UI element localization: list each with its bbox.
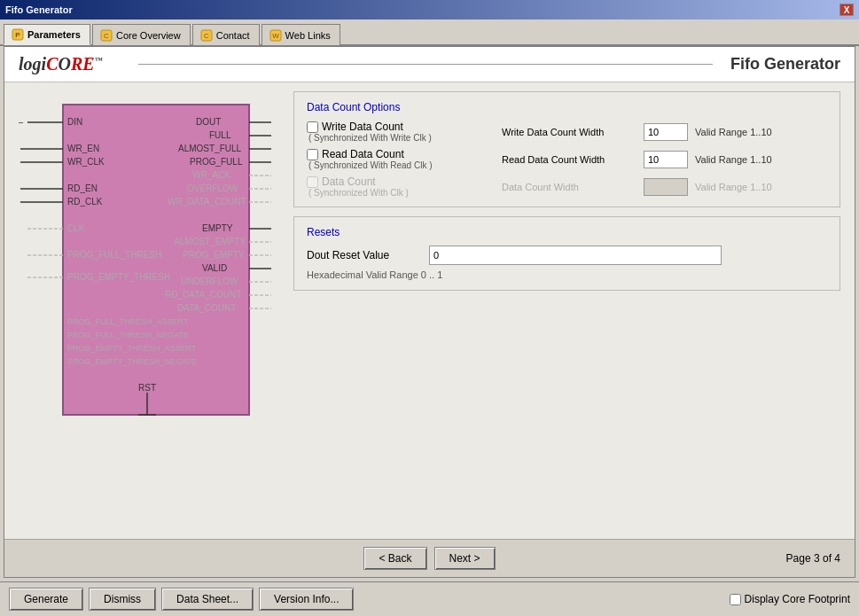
data-count-section: Data Count Options Write Data Count ( Sy… (293, 91, 840, 207)
bottom-nav: < Back Next > Page 3 of 4 (4, 539, 855, 577)
display-footprint-checkbox[interactable] (730, 594, 741, 605)
window-body: P Parameters C Core Overview C Contact W… (0, 19, 859, 616)
data-sheet-button[interactable]: Data Sheet... (161, 588, 254, 611)
svg-text:CLK: CLK (67, 223, 85, 233)
version-info-button[interactable]: Version Info... (259, 588, 354, 611)
contact-icon: C (200, 29, 213, 42)
window-titlebar: Fifo Generator X (0, 0, 859, 19)
svg-text:FULL: FULL (209, 130, 231, 140)
tab-web-links[interactable]: W Web Links (262, 24, 340, 45)
tab-bar: P Parameters C Core Overview C Contact W… (0, 19, 859, 46)
read-data-count-width-label: Read Data Count Width (502, 154, 644, 165)
tab-parameters[interactable]: P Parameters (4, 24, 90, 45)
write-data-count-subtext: ( Synchronized With Write Clk ) (307, 133, 502, 143)
footer-bar: Generate Dismiss Data Sheet... Version I… (0, 581, 859, 616)
svg-text:ALMOST_EMPTY: ALMOST_EMPTY (174, 237, 246, 246)
svg-text:PROG_EMPTY_THRESH_NEGATE: PROG_EMPTY_THRESH_NEGATE (67, 357, 197, 366)
svg-text:PROG_EMPTY: PROG_EMPTY (183, 250, 245, 260)
write-data-count-row: Write Data Count (307, 121, 502, 133)
header-divider (138, 64, 713, 65)
dout-reset-row: Dout Reset Value (307, 246, 827, 265)
svg-text:P: P (15, 31, 20, 39)
generate-button[interactable]: Generate (9, 588, 83, 611)
data-count-valid-range: Valid Range 1..10 (695, 182, 772, 192)
read-data-count-label[interactable]: Read Data Count (322, 148, 404, 160)
tab-contact[interactable]: C Contact (192, 24, 260, 45)
header-area: logiCORE™ Fifo Generator (4, 47, 855, 82)
write-data-count-label[interactable]: Write Data Count (322, 121, 403, 133)
logo-text: logiCORE™ (19, 54, 103, 74)
svg-text:C: C (204, 32, 209, 40)
svg-text:C: C (104, 32, 109, 40)
diagram-area: — DIN WR_EN WR_CLK RD_EN RD_CLK (19, 91, 285, 530)
svg-text:DOUT: DOUT (196, 117, 221, 127)
read-data-count-valid-range: Valid Range 1..10 (695, 154, 772, 165)
svg-text:DIN: DIN (67, 117, 82, 127)
window-title: Fifo Generator (5, 4, 73, 15)
close-button[interactable]: X (839, 4, 854, 16)
svg-text:DATA_COUNT: DATA_COUNT (177, 303, 236, 313)
svg-text:EMPTY: EMPTY (202, 223, 233, 233)
data-count-subtext: ( Synchronized With Clk ) (307, 188, 502, 198)
write-data-count-width-input[interactable] (644, 123, 688, 141)
svg-text:VALID: VALID (202, 263, 227, 273)
svg-text:RD_CLK: RD_CLK (67, 197, 103, 207)
svg-text:UNDERFLOW: UNDERFLOW (181, 277, 238, 286)
logo-area: logiCORE™ (19, 54, 103, 74)
dout-reset-hint: Hexadecimal Valid Range 0 .. 1 (307, 269, 442, 280)
right-panel: Data Count Options Write Data Count ( Sy… (293, 91, 840, 530)
dout-reset-label: Dout Reset Value (307, 249, 422, 261)
svg-text:PROG_EMPTY_THRESH: PROG_EMPTY_THRESH (67, 272, 170, 282)
display-footprint-label[interactable]: Display Core Footprint (745, 593, 850, 605)
main-layout: — DIN WR_EN WR_CLK RD_EN RD_CLK (4, 82, 855, 539)
data-count-width-input (644, 178, 688, 196)
display-footprint-area: Display Core Footprint (730, 593, 850, 605)
core-overview-icon: C (100, 29, 113, 42)
resets-section: Resets Dout Reset Value Hexadecimal Vali… (293, 216, 840, 291)
svg-text:PROG_FULL_THRESH: PROG_FULL_THRESH (67, 250, 161, 260)
back-button[interactable]: < Back (363, 547, 426, 570)
svg-text:PROG_FULL: PROG_FULL (190, 157, 243, 167)
svg-text:PROG_EMPTY_THRESH_ASSERT: PROG_EMPTY_THRESH_ASSERT (67, 344, 197, 353)
read-data-count-row: Read Data Count (307, 148, 502, 160)
svg-text:RD_EN: RD_EN (67, 183, 98, 193)
data-count-checkbox[interactable] (307, 176, 318, 188)
svg-text:ALMOST_FULL: ALMOST_FULL (178, 144, 242, 153)
svg-text:RST: RST (138, 383, 156, 393)
web-links-icon: W (269, 29, 282, 42)
read-data-count-checkbox[interactable] (307, 149, 318, 160)
fifo-diagram: — DIN WR_EN WR_CLK RD_EN RD_CLK (19, 100, 276, 446)
data-count-label: Data Count (322, 175, 376, 188)
svg-text:WR_DATA_COUNT: WR_DATA_COUNT (168, 197, 246, 207)
svg-text:PROG_FULL_THRESH_ASSERT: PROG_FULL_THRESH_ASSERT (67, 317, 189, 326)
read-data-count-subtext: ( Synchronized With Read Clk ) (307, 160, 502, 170)
write-data-count-width-label: Write Data Count Width (502, 127, 644, 137)
tab-web-links-label: Web Links (285, 30, 331, 41)
read-data-count-width-input[interactable] (644, 151, 688, 168)
svg-text:W: W (272, 32, 279, 40)
svg-text:—: — (19, 117, 23, 127)
tab-parameters-label: Parameters (27, 29, 81, 40)
dismiss-button[interactable]: Dismiss (89, 588, 156, 611)
content-area: logiCORE™ Fifo Generator — DI (4, 46, 855, 578)
svg-text:PROG_FULL_THRESH_NEGATE: PROG_FULL_THRESH_NEGATE (67, 331, 189, 339)
write-data-count-checkbox[interactable] (307, 121, 318, 133)
tab-contact-label: Contact (216, 30, 250, 41)
dout-reset-input[interactable] (429, 246, 722, 265)
svg-text:WR_CLK: WR_CLK (67, 157, 105, 167)
next-button[interactable]: Next > (434, 547, 496, 570)
resets-title: Resets (307, 226, 827, 238)
data-count-row: Data Count (307, 175, 502, 188)
data-count-title: Data Count Options (307, 101, 827, 113)
header-title: Fifo Generator (730, 55, 840, 74)
svg-text:WR_ACK: WR_ACK (192, 170, 230, 180)
data-count-width-label: Data Count Width (502, 182, 644, 192)
parameters-icon: P (12, 28, 24, 41)
write-data-count-valid-range: Valid Range 1..10 (695, 127, 772, 137)
svg-text:RD_DATA_COUNT: RD_DATA_COUNT (165, 290, 241, 300)
svg-text:OVERFLOW: OVERFLOW (187, 183, 238, 193)
tab-core-overview[interactable]: C Core Overview (92, 24, 191, 45)
tab-core-overview-label: Core Overview (116, 30, 181, 41)
page-info: Page 3 of 4 (786, 552, 840, 565)
svg-text:WR_EN: WR_EN (67, 144, 99, 153)
